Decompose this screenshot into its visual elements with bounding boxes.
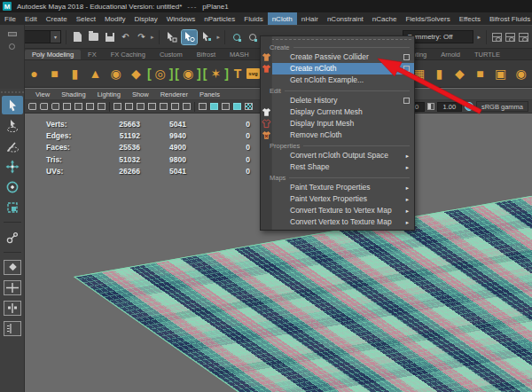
wireframe-mode-icon[interactable] bbox=[199, 103, 207, 110]
save-scene-button[interactable] bbox=[103, 30, 116, 43]
svg-tool-icon[interactable]: svg bbox=[246, 68, 260, 79]
camera-attributes-icon[interactable] bbox=[51, 103, 59, 110]
last-tool-used[interactable] bbox=[2, 228, 23, 247]
menu-file[interactable]: File bbox=[0, 12, 20, 25]
menu-item-convert-ncloth-output-space[interactable]: Convert nCloth Output Space ▸ bbox=[272, 150, 414, 161]
panel-menu-shading[interactable]: Shading bbox=[61, 90, 86, 98]
menu-item-rest-shape[interactable]: Rest Shape ▸ bbox=[272, 161, 414, 173]
menu-nhair[interactable]: nHair bbox=[297, 12, 323, 25]
render-settings-icon[interactable] bbox=[519, 33, 528, 42]
contrast-icon[interactable] bbox=[427, 103, 434, 110]
menu-item-create-ncloth[interactable]: Create nCloth bbox=[272, 63, 414, 74]
square-target-icon[interactable]: ▣ bbox=[491, 62, 510, 85]
select-tool[interactable] bbox=[2, 96, 23, 114]
menu-bifrost-fluids[interactable]: Bifrost Fluids bbox=[485, 12, 532, 25]
shelf-tab-bifrost[interactable]: Bifrost bbox=[190, 50, 223, 59]
shelf-tab-arnold[interactable]: Arnold bbox=[434, 50, 467, 59]
menu-ncloth[interactable]: nCloth bbox=[268, 12, 297, 25]
shelf-minimize-icon[interactable] bbox=[8, 32, 17, 36]
shaded-mode-icon[interactable] bbox=[210, 103, 218, 110]
view-transform-selector[interactable]: sRGB gamma bbox=[476, 101, 528, 112]
add-camera-icon[interactable] bbox=[40, 103, 48, 110]
scale-tool[interactable] bbox=[2, 198, 23, 216]
shelf-tab-custom[interactable]: Custom bbox=[153, 50, 190, 59]
panel-menu-lighting[interactable]: Lighting bbox=[98, 90, 121, 98]
resolution-gate-icon[interactable] bbox=[137, 103, 145, 110]
poly-cone-icon[interactable]: ▲ bbox=[86, 62, 105, 85]
poly-plane-icon[interactable]: ◆ bbox=[127, 62, 145, 85]
poly-cube-icon[interactable]: ■ bbox=[45, 62, 64, 85]
menu-item-display-input-mesh[interactable]: Display Input Mesh bbox=[272, 118, 414, 129]
movie-camera-icon[interactable] bbox=[28, 103, 36, 110]
grid-toggle-icon[interactable] bbox=[113, 103, 121, 110]
menu-item-display-current-mesh[interactable]: Display Current Mesh bbox=[272, 106, 414, 118]
shelf-radio-icon[interactable] bbox=[9, 43, 15, 50]
menu-item-paint-texture-properties[interactable]: Paint Texture Properties ▸ bbox=[272, 182, 414, 193]
menu-effects[interactable]: Effects bbox=[455, 12, 485, 25]
select-hierarchy-mode-button[interactable] bbox=[164, 30, 179, 44]
layout-four-pane-button[interactable] bbox=[4, 280, 21, 295]
panel-menu-panels[interactable]: Panels bbox=[200, 90, 220, 98]
menu-item-delete-history[interactable]: Delete History bbox=[272, 95, 414, 106]
menu-fluids[interactable]: Fluids bbox=[239, 12, 267, 25]
gate-mask-icon[interactable] bbox=[148, 103, 156, 110]
pencil-icon[interactable] bbox=[98, 103, 106, 110]
layout-single-pane-button[interactable] bbox=[4, 260, 21, 275]
shelf-tab-turtle[interactable]: TURTLE bbox=[467, 50, 507, 59]
panel-menu-renderer[interactable]: Renderer bbox=[160, 90, 188, 98]
new-scene-button[interactable] bbox=[71, 30, 84, 43]
panel-menu-show[interactable]: Show bbox=[132, 90, 149, 98]
menu-item-create-passive-collider[interactable]: Create Passive Collider bbox=[272, 51, 414, 63]
color-management-globe-icon[interactable] bbox=[465, 102, 473, 111]
layout-outliner-persp-button[interactable] bbox=[4, 321, 21, 336]
undo-button[interactable]: ↶ bbox=[119, 30, 132, 43]
safe-title-icon[interactable] bbox=[183, 103, 191, 110]
menu-create[interactable]: Create bbox=[42, 12, 72, 25]
textured-mode-icon[interactable] bbox=[222, 103, 230, 110]
tear-off-handle[interactable] bbox=[262, 37, 412, 42]
poly-sphere-icon[interactable]: ● bbox=[25, 62, 43, 85]
redo-button[interactable]: ↷ bbox=[135, 30, 148, 43]
menu-item-paint-vertex-properties[interactable]: Paint Vertex Properties ▸ bbox=[272, 193, 414, 205]
curves-tool-icon[interactable]: ◎ bbox=[153, 62, 168, 85]
menu-select[interactable]: Select bbox=[72, 12, 100, 25]
menu-ncache[interactable]: nCache bbox=[368, 12, 402, 25]
option-box-icon[interactable] bbox=[403, 98, 410, 104]
option-box-icon[interactable] bbox=[403, 66, 410, 72]
menu-nparticles[interactable]: nParticles bbox=[200, 12, 239, 25]
poly-torus-icon[interactable]: ◉ bbox=[106, 62, 125, 85]
lasso-select-tool[interactable] bbox=[2, 116, 23, 135]
ipr-render-icon[interactable] bbox=[505, 33, 515, 42]
field-chart-icon[interactable] bbox=[160, 103, 168, 110]
select-object-mode-button[interactable] bbox=[182, 30, 197, 44]
shelf-tab-poly-modeling[interactable]: Poly Modeling bbox=[25, 50, 81, 59]
menu-item-convert-vertex-to-texture-map[interactable]: Convert Vertex to Texture Map ▸ bbox=[272, 216, 414, 228]
menu-modify[interactable]: Modify bbox=[100, 12, 130, 25]
move-tool[interactable] bbox=[2, 157, 23, 176]
shelf-tab-fx-caching[interactable]: FX Caching bbox=[104, 50, 153, 59]
cylinder-stack-icon[interactable]: ▮ bbox=[430, 62, 449, 85]
use-all-lights-icon[interactable] bbox=[233, 103, 241, 110]
poly-cylinder-icon[interactable]: ▮ bbox=[66, 62, 84, 85]
bookmark-icon[interactable] bbox=[63, 103, 71, 110]
menu-item-get-ncloth-example[interactable]: Get nCloth Example... bbox=[272, 74, 414, 86]
shelf-tab-fx[interactable]: FX bbox=[81, 50, 104, 59]
select-component-mode-button[interactable] bbox=[200, 30, 215, 44]
safe-action-icon[interactable] bbox=[171, 103, 179, 110]
transform-manip-icon[interactable] bbox=[86, 103, 94, 110]
menu-nconstraint[interactable]: nConstraint bbox=[323, 12, 368, 25]
layout-two-pane-button[interactable] bbox=[4, 301, 21, 316]
wire-cube-icon[interactable]: ■ bbox=[471, 62, 489, 85]
snap-to-curve-button[interactable] bbox=[246, 30, 259, 43]
snap-to-grid-button[interactable] bbox=[230, 30, 243, 43]
xray-mode-icon[interactable] bbox=[245, 103, 253, 110]
menu-edit[interactable]: Edit bbox=[20, 12, 42, 25]
wheel-icon[interactable]: ◉ bbox=[512, 62, 530, 85]
menu-display[interactable]: Display bbox=[130, 12, 162, 25]
star-tool-icon[interactable]: ✶ bbox=[208, 62, 223, 85]
menu-fields-solvers[interactable]: Fields/Solvers bbox=[401, 12, 454, 25]
circle-tool-icon[interactable]: ◉ bbox=[181, 62, 195, 85]
menu-item-remove-ncloth[interactable]: Remove nCloth bbox=[272, 129, 414, 141]
rotate-tool[interactable] bbox=[2, 177, 23, 196]
shelf-tab-mash[interactable]: MASH bbox=[223, 50, 256, 59]
